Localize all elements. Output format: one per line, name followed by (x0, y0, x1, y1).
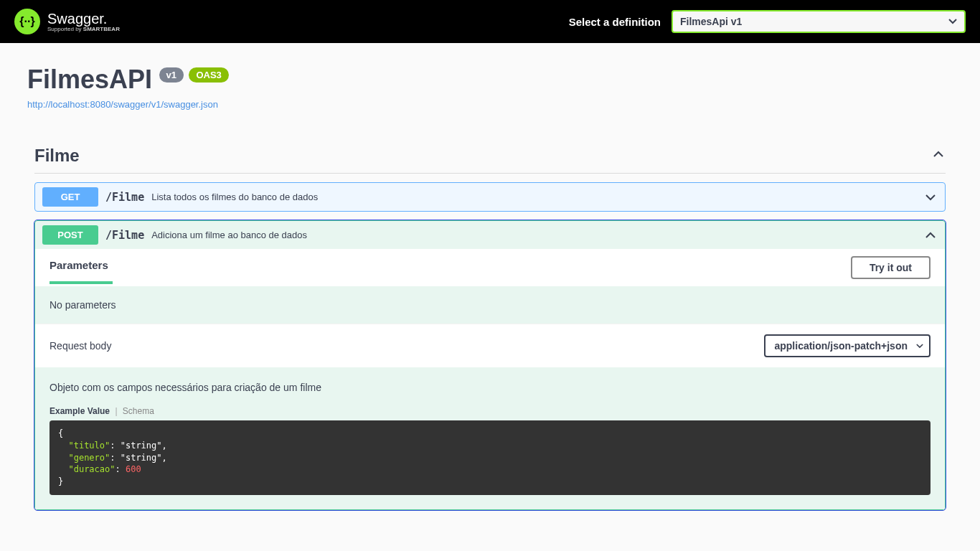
method-badge-post: POST (42, 225, 98, 245)
try-it-out-button[interactable]: Try it out (851, 256, 930, 279)
tab-example-value[interactable]: Example Value (50, 406, 110, 416)
definition-select-label: Select a definition (569, 16, 661, 28)
tag-header-filme[interactable]: Filme (34, 146, 946, 174)
chevron-up-icon (923, 228, 938, 242)
operation-path: /Filme (105, 191, 144, 204)
chevron-up-icon (931, 147, 946, 164)
operation-summary-get[interactable]: GET /Filme Lista todos os filmes do banc… (35, 183, 945, 211)
schema-tabs: Example Value | Schema (50, 406, 930, 416)
operation-get-filme: GET /Filme Lista todos os filmes do banc… (34, 182, 946, 212)
api-title: FilmesAPI (27, 65, 152, 95)
request-body-description: Objeto com os campos necessários para cr… (50, 382, 930, 393)
operation-path: /Filme (105, 229, 144, 242)
swagger-logo[interactable]: {··} Swagger. Supported by SMARTBEAR (14, 9, 120, 34)
spec-url-link[interactable]: http://localhost:8080/swagger/v1/swagger… (27, 99, 953, 110)
chevron-down-icon (916, 344, 923, 349)
logo-text-sub: Supported by SMARTBEAR (47, 27, 120, 33)
topbar: {··} Swagger. Supported by SMARTBEAR Sel… (0, 0, 980, 43)
request-body-header: Request body application/json-patch+json (35, 324, 945, 367)
definition-select[interactable]: FilmesApi v1 (672, 10, 966, 33)
content-type-select[interactable]: application/json-patch+json (764, 334, 930, 357)
request-body-title: Request body (50, 340, 764, 352)
operation-post-filme: POST /Filme Adiciona um filme ao banco d… (34, 220, 946, 510)
api-info: FilmesAPI v1 OAS3 http://localhost:8080/… (27, 65, 953, 110)
chevron-down-icon (948, 19, 957, 24)
example-value-code[interactable]: { "titulo": "string", "genero": "string"… (50, 420, 930, 495)
parameters-title: Parameters (50, 259, 851, 277)
method-badge-get: GET (42, 187, 98, 207)
tab-schema[interactable]: Schema (123, 406, 154, 416)
oas-badge: OAS3 (189, 67, 228, 83)
tag-name: Filme (34, 146, 931, 166)
no-parameters-message: No parameters (35, 286, 945, 324)
parameters-header: Parameters Try it out (35, 249, 945, 286)
chevron-down-icon (923, 190, 938, 204)
operation-description: Adiciona um filme ao banco de dados (151, 230, 307, 240)
content-type-value: application/json-patch+json (774, 340, 908, 352)
operation-summary-post[interactable]: POST /Filme Adiciona um filme ao banco d… (35, 221, 945, 249)
definition-select-value: FilmesApi v1 (680, 16, 742, 27)
operation-description: Lista todos os filmes do banco de dados (151, 192, 318, 202)
swagger-logo-icon: {··} (14, 9, 40, 34)
logo-text-main: Swagger. (47, 11, 120, 27)
version-badge: v1 (159, 67, 184, 83)
